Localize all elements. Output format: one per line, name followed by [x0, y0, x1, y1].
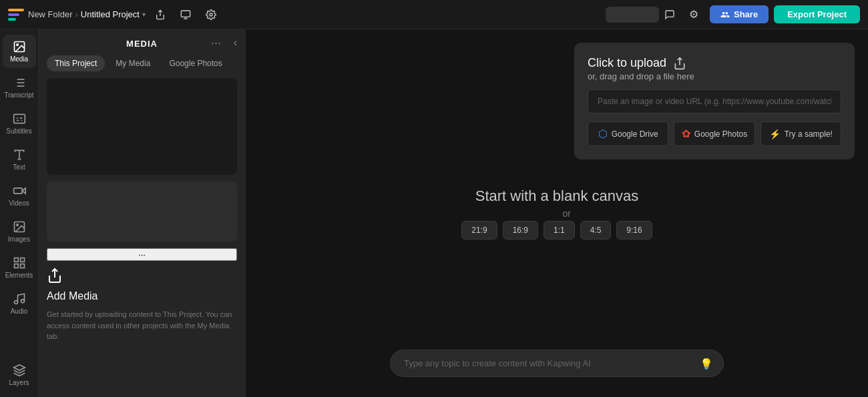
topbar-right-icons: ⚙ — [659, 4, 704, 25]
breadcrumb-separator: › — [75, 9, 77, 19]
settings-icon[interactable] — [200, 4, 222, 25]
url-input[interactable] — [588, 89, 841, 113]
upload-panel: Click to upload or, drag and drop a file… — [574, 43, 855, 159]
aspect-ratio-buttons: 21:9 16:9 1:1 4:5 9:16 — [461, 221, 652, 240]
or-divider: or — [563, 208, 571, 219]
tab-my-media[interactable]: My Media — [107, 55, 158, 71]
svg-rect-22 — [14, 264, 18, 268]
export-label: Export Project — [787, 9, 847, 19]
sidebar-item-label: Audio — [11, 308, 28, 315]
ai-topic-input[interactable] — [390, 350, 724, 377]
export-button[interactable]: Export Project — [774, 5, 860, 23]
google-photos-icon: ✿ — [682, 127, 690, 140]
more-options-button[interactable]: ··· — [207, 34, 225, 51]
svg-rect-0 — [181, 11, 190, 17]
left-sidebar: Media Transcript Subtitles Text Videos I… — [0, 29, 39, 397]
try-sample-button[interactable]: ⚡ Try a sample! — [761, 121, 841, 146]
google-photos-label: Google Photos — [694, 129, 747, 139]
topbar-spacer — [606, 7, 659, 23]
share-upload-icon[interactable] — [150, 4, 171, 25]
sidebar-item-subtitles[interactable]: Subtitles — [3, 107, 36, 140]
sidebar-item-transcript[interactable]: Transcript — [3, 71, 36, 104]
upload-icon — [673, 57, 686, 70]
gear-icon[interactable]: ⚙ — [683, 4, 704, 25]
canvas-area: Start with a blank canvas 21:9 16:9 1:1 … — [246, 29, 868, 397]
tab-this-project[interactable]: This Project — [47, 55, 105, 71]
sidebar-item-media[interactable]: Media — [3, 35, 36, 68]
add-media-dots-button[interactable]: ··· — [47, 248, 237, 261]
comment-icon[interactable] — [659, 4, 680, 25]
add-media-label: Add Media — [47, 290, 237, 302]
media-panel: MEDIA ··· ‹ This Project My Media Google… — [39, 29, 246, 397]
ai-input-bar: 💡 — [390, 350, 724, 377]
aspect-ratio-4-5[interactable]: 4:5 — [580, 221, 612, 240]
sidebar-item-label: Transcript — [4, 91, 33, 99]
sidebar-item-label: Subtitles — [6, 127, 31, 135]
svg-rect-19 — [14, 258, 18, 262]
sidebar-item-label: Videos — [9, 200, 29, 207]
svg-marker-25 — [13, 365, 25, 370]
media-preview-area — [47, 78, 237, 175]
upload-icon-area: Click to upload or, drag and drop a file… — [588, 56, 841, 81]
sidebar-item-videos[interactable]: Videos — [3, 179, 36, 212]
svg-rect-15 — [13, 188, 22, 193]
breadcrumb-folder[interactable]: New Folder — [28, 9, 72, 19]
breadcrumb: New Folder › Untitled Project ▾ — [28, 9, 146, 19]
google-photos-button[interactable]: ✿ Google Photos — [674, 121, 754, 146]
logo-icon — [8, 9, 24, 21]
aspect-ratio-16-9[interactable]: 16:9 — [503, 221, 538, 240]
svg-point-5 — [16, 44, 17, 46]
aspect-ratio-9-16[interactable]: 9:16 — [616, 221, 652, 240]
sample-icon: ⚡ — [769, 129, 781, 139]
upload-area[interactable]: Click to upload or, drag and drop a file… — [588, 56, 841, 81]
try-sample-label: Try a sample! — [785, 129, 833, 139]
main-area: Media Transcript Subtitles Text Videos I… — [0, 29, 868, 397]
topbar-left: New Folder › Untitled Project ▾ — [8, 4, 606, 25]
svg-rect-20 — [20, 258, 24, 262]
svg-point-24 — [21, 300, 24, 303]
sidebar-item-label: Elements — [5, 272, 33, 279]
google-drive-button[interactable]: ⬡ Google Drive — [588, 121, 668, 146]
chevron-down-icon[interactable]: ▾ — [142, 11, 146, 18]
svg-rect-12 — [13, 114, 25, 123]
upload-subtitle: or, drag and drop a file here — [588, 71, 694, 81]
svg-point-3 — [210, 13, 212, 16]
share-button[interactable]: Share — [710, 5, 769, 23]
media-content: ··· Add Media Get started by uploading c… — [39, 78, 245, 397]
google-drive-label: Google Drive — [612, 129, 658, 139]
collapse-panel-button[interactable]: ‹ — [231, 34, 240, 51]
canvas-center: Start with a blank canvas 21:9 16:9 1:1 … — [461, 187, 652, 240]
topbar: New Folder › Untitled Project ▾ ⚙ Share … — [0, 0, 868, 29]
sidebar-item-label: Text — [13, 163, 25, 171]
sidebar-item-images[interactable]: Images — [3, 215, 36, 248]
sidebar-item-label: Images — [8, 236, 30, 243]
svg-rect-21 — [20, 264, 24, 268]
media-helper-text: Get started by uploading content to This… — [47, 309, 237, 349]
tab-google-photos[interactable]: Google Photos — [161, 55, 230, 71]
sidebar-item-elements[interactable]: Elements — [3, 251, 36, 284]
topbar-right: ⚙ Share Export Project — [659, 4, 860, 25]
media-panel-title: MEDIA — [126, 39, 158, 49]
sidebar-item-layers[interactable]: Layers — [3, 358, 36, 392]
upload-title[interactable]: Click to upload — [588, 56, 666, 70]
add-media-button[interactable] — [47, 181, 237, 242]
breadcrumb-project[interactable]: Untitled Project — [81, 9, 140, 19]
sidebar-item-label: Media — [10, 55, 28, 63]
media-tabs: This Project My Media Google Photos — [39, 55, 245, 78]
blank-canvas-text: Start with a blank canvas — [475, 187, 639, 205]
upload-actions: ⬡ Google Drive ✿ Google Photos ⚡ Try a s… — [588, 121, 841, 146]
sidebar-item-label: Layers — [9, 379, 29, 386]
svg-point-18 — [16, 224, 17, 226]
aspect-ratio-1-1[interactable]: 1:1 — [544, 221, 575, 240]
sidebar-item-audio[interactable]: Audio — [3, 287, 36, 320]
sidebar-item-text[interactable]: Text — [3, 143, 36, 176]
aspect-ratio-21-9[interactable]: 21:9 — [461, 221, 497, 240]
google-drive-icon: ⬡ — [598, 127, 608, 140]
svg-point-23 — [14, 301, 17, 304]
media-panel-header: MEDIA ··· ‹ — [39, 29, 245, 55]
share-label: Share — [734, 9, 758, 19]
storyboard-icon[interactable] — [175, 4, 196, 25]
